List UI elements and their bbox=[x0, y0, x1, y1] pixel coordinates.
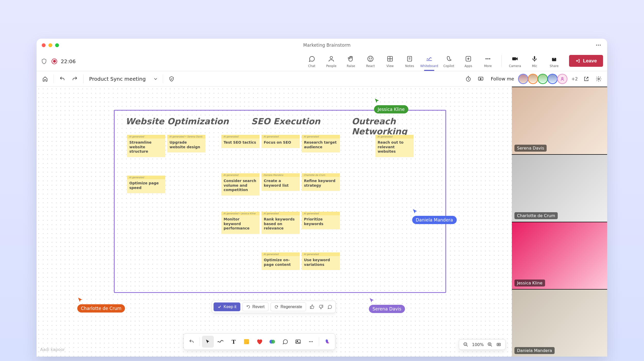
separator bbox=[319, 337, 319, 346]
more-participants-count[interactable]: +2 bbox=[571, 76, 578, 81]
tool-undo[interactable] bbox=[186, 336, 198, 348]
leave-button[interactable]: Leave bbox=[569, 55, 603, 67]
raise-hand-button[interactable]: Raise bbox=[341, 55, 361, 68]
chat-button[interactable]: Chat bbox=[302, 55, 321, 68]
avatar[interactable] bbox=[538, 75, 547, 83]
thumbs-up-button[interactable] bbox=[310, 304, 315, 309]
sticky-note[interactable]: Daniela ManderaCreate a keyword list bbox=[261, 173, 300, 191]
sticky-note[interactable]: AI generatedReach out to relevant websit… bbox=[375, 135, 413, 157]
sticky-note[interactable]: AI generated • Serena DavisUpgrade websi… bbox=[167, 135, 205, 152]
user-watermark: Aadi kapoor bbox=[40, 347, 65, 352]
sticky-note[interactable]: AI generatedPrioritize keywords bbox=[302, 212, 340, 229]
pointer-icon bbox=[205, 339, 211, 344]
window-more-icon[interactable] bbox=[595, 45, 602, 46]
home-button[interactable] bbox=[41, 75, 49, 83]
timer-button[interactable] bbox=[464, 75, 472, 83]
avatar[interactable] bbox=[548, 75, 557, 83]
apps-button[interactable]: Apps bbox=[459, 55, 478, 68]
shield-icon[interactable] bbox=[41, 58, 47, 65]
people-icon bbox=[328, 55, 335, 62]
undo-button[interactable] bbox=[58, 75, 66, 83]
tool-reaction[interactable] bbox=[253, 336, 265, 348]
svg-rect-38 bbox=[497, 343, 500, 346]
zoom-in-button[interactable] bbox=[487, 342, 493, 347]
copilot-button[interactable]: Copilot bbox=[439, 55, 459, 68]
share-link-button[interactable] bbox=[582, 75, 590, 83]
more-button[interactable]: More bbox=[478, 55, 498, 68]
share-button[interactable]: Share bbox=[544, 55, 564, 68]
fullscreen-dot[interactable] bbox=[55, 43, 59, 47]
settings-button[interactable] bbox=[595, 75, 603, 83]
recording-indicator-icon[interactable] bbox=[52, 59, 57, 64]
permissions-button[interactable] bbox=[168, 75, 175, 83]
svg-line-37 bbox=[491, 345, 492, 346]
mic-button[interactable]: Mic bbox=[525, 55, 544, 68]
sticky-note[interactable]: AI generatedTest SEO tactics bbox=[221, 135, 259, 148]
chevron-down-icon[interactable] bbox=[153, 76, 158, 81]
whiteboard-frame[interactable]: Website Optimization SEO Execution Outre… bbox=[114, 110, 446, 293]
sticky-note[interactable]: AI generatedUse keyword variations bbox=[302, 252, 340, 270]
sticky-note[interactable]: AI generatedStreamline website structure bbox=[127, 135, 165, 157]
redo-button[interactable] bbox=[71, 75, 79, 83]
tool-comment[interactable] bbox=[279, 336, 291, 348]
column-heading[interactable]: SEO Execution bbox=[251, 116, 320, 126]
people-button[interactable]: People bbox=[321, 55, 341, 68]
tool-copilot[interactable] bbox=[321, 336, 333, 348]
more-icon bbox=[308, 339, 314, 344]
sticky-note[interactable]: AI generatedResearch target audience bbox=[302, 135, 340, 152]
avatar[interactable] bbox=[519, 75, 528, 83]
tool-draw[interactable] bbox=[215, 336, 227, 348]
camera-button[interactable]: Camera bbox=[505, 55, 525, 68]
video-tile[interactable]: Charlotte de Crum bbox=[512, 155, 607, 222]
revert-button[interactable]: Revert bbox=[242, 302, 268, 311]
redo-icon bbox=[72, 76, 78, 82]
svg-point-14 bbox=[487, 58, 489, 59]
close-dot[interactable] bbox=[42, 43, 46, 47]
cursor-daniela: Daniela Mandera bbox=[412, 209, 457, 224]
copilot-icon bbox=[445, 55, 452, 62]
thumbs-down-button[interactable] bbox=[318, 304, 324, 309]
zoom-fit-button[interactable] bbox=[496, 342, 501, 347]
tool-image[interactable] bbox=[292, 336, 304, 348]
cursor-icon bbox=[374, 98, 380, 104]
video-tile[interactable]: Serena Davis bbox=[512, 87, 607, 154]
zoom-out-button[interactable] bbox=[463, 342, 468, 347]
sticky-note[interactable]: AI generatedConsider search volume and c… bbox=[221, 173, 259, 195]
sticky-note[interactable]: AI generatedRank keywords based on relev… bbox=[261, 212, 300, 234]
tool-more[interactable] bbox=[305, 336, 317, 348]
present-button[interactable] bbox=[477, 75, 485, 83]
svg-rect-16 bbox=[512, 57, 516, 60]
svg-point-25 bbox=[271, 340, 275, 343]
column-heading[interactable]: Outreach Networking bbox=[352, 116, 445, 136]
tool-select[interactable] bbox=[202, 336, 214, 348]
svg-rect-23 bbox=[244, 339, 249, 344]
avatar[interactable] bbox=[529, 75, 537, 83]
view-button[interactable]: View bbox=[380, 55, 400, 68]
video-tile[interactable]: Jessica Kline bbox=[512, 222, 607, 289]
follow-me-label[interactable]: Follow me bbox=[491, 76, 514, 81]
tool-sticky[interactable] bbox=[241, 336, 252, 348]
sticky-note[interactable]: AI generatedOptimize on-page content bbox=[261, 252, 300, 270]
whiteboard-name[interactable]: Product Sync meeting bbox=[89, 76, 146, 82]
regenerate-button[interactable]: Regenerate bbox=[270, 302, 306, 311]
keep-button[interactable]: Keep it bbox=[214, 302, 240, 311]
sticky-note[interactable]: AI generatedOptimize page speed bbox=[127, 176, 165, 193]
whiteboard-button[interactable]: Whiteboard bbox=[419, 55, 439, 68]
tool-text[interactable]: T bbox=[228, 336, 240, 348]
emoji-icon bbox=[367, 55, 374, 62]
column-heading[interactable]: Website Optimization bbox=[125, 116, 229, 126]
whiteboard-canvas[interactable]: Website Optimization SEO Execution Outre… bbox=[37, 87, 512, 357]
react-button[interactable]: React bbox=[361, 55, 380, 68]
sticky-note[interactable]: AI generated • Jessica KlineMonitor keyw… bbox=[221, 212, 259, 234]
tool-shape[interactable] bbox=[266, 336, 278, 348]
notes-button[interactable]: Notes bbox=[400, 55, 419, 68]
gear-icon bbox=[596, 76, 602, 82]
minimize-dot[interactable] bbox=[48, 43, 52, 47]
avatar-empty[interactable] bbox=[558, 75, 567, 83]
sticky-note[interactable]: AI generatedFocus on SEO bbox=[261, 135, 300, 148]
meeting-toolbar: 22:06 Chat People Raise React View bbox=[37, 52, 607, 71]
feedback-button[interactable] bbox=[327, 304, 332, 309]
video-tile[interactable]: Daniela Mandera bbox=[512, 290, 607, 357]
sticky-note[interactable]: Charlotte de CrumRefine keyword strategy bbox=[302, 173, 340, 191]
share-icon bbox=[550, 55, 558, 62]
